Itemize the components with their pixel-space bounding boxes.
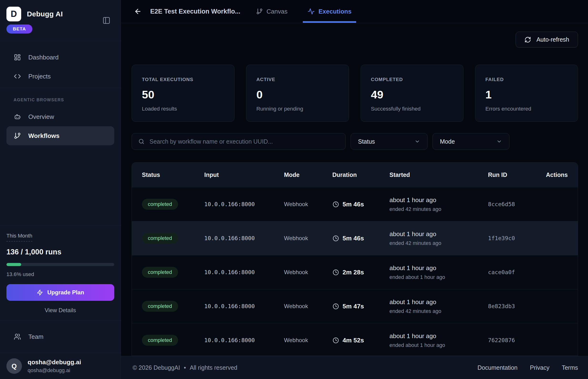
row-run-id: 1f1e39c0 — [488, 235, 544, 242]
search-icon — [138, 138, 145, 145]
table-row[interactable]: completed 10.0.0.166:8000 Webhook 5m 46s… — [132, 221, 578, 255]
main-area: E2E Test Execution Workflo... Canvas Exe… — [121, 0, 588, 379]
stat-subtext: Successfully finished — [371, 106, 453, 112]
row-input: 10.0.0.166:8000 — [204, 269, 284, 276]
row-started: about 1 hour ago ended about 1 hour ago — [389, 264, 488, 280]
row-input: 10.0.0.166:8000 — [204, 337, 284, 344]
upgrade-plan-button[interactable]: Upgrade Plan — [6, 284, 114, 301]
footer-link-documentation[interactable]: Documentation — [478, 364, 518, 371]
clock-icon — [332, 337, 339, 344]
activity-icon — [308, 8, 315, 15]
refresh-icon — [524, 36, 531, 43]
brand: D Debugg AI — [6, 7, 114, 21]
table-body: completed 10.0.0.166:8000 Webhook 5m 46s… — [132, 187, 578, 356]
table-row[interactable]: completed 10.0.0.166:8000 Webhook 2m 28s… — [132, 255, 578, 289]
footer-links: Documentation Privacy Terms — [478, 364, 578, 371]
table-row[interactable]: completed 10.0.0.166:8000 Webhook 5m 47s… — [132, 289, 578, 323]
tab-canvas[interactable]: Canvas — [256, 0, 287, 23]
col-header-actions: Actions — [544, 172, 568, 178]
row-duration: 4m 52s — [332, 337, 389, 344]
footer-link-privacy[interactable]: Privacy — [530, 364, 549, 371]
table-row[interactable]: completed 10.0.0.166:8000 Webhook 5m 46s… — [132, 187, 578, 221]
status-badge: completed — [142, 199, 178, 210]
clock-icon — [332, 303, 339, 310]
tab-bar: Canvas Executions — [256, 0, 352, 23]
footer-link-terms[interactable]: Terms — [562, 364, 578, 371]
usage-panel: This Month 136 / 1,000 runs 13.6% used U… — [0, 226, 121, 320]
duration-value: 2m 28s — [343, 269, 364, 276]
arrow-left-icon — [134, 8, 142, 15]
stat-label: FAILED — [485, 77, 568, 82]
row-run-id: 8e823db3 — [488, 303, 544, 310]
mode-filter-select[interactable]: Mode — [433, 133, 509, 150]
sidebar-item-label: Dashboard — [28, 54, 59, 61]
tab-label: Canvas — [267, 8, 287, 15]
stat-value: 1 — [485, 88, 568, 101]
col-header-mode: Mode — [284, 172, 332, 178]
chevron-down-icon — [496, 139, 502, 144]
user-email: qosha@debugg.ai — [28, 367, 81, 374]
sidebar-item-label: Workflows — [28, 132, 60, 140]
search-input[interactable] — [150, 138, 339, 145]
user-info: qosha@debugg.ai qosha@debugg.ai — [28, 359, 81, 374]
footer-separator: • — [184, 364, 186, 371]
sidebar-item-dashboard[interactable]: Dashboard — [6, 48, 114, 67]
ended-time: ended about 1 hour ago — [389, 274, 488, 280]
row-started: about 1 hour ago ended 42 minutes ago — [389, 196, 488, 212]
duration-value: 5m 46s — [343, 235, 364, 242]
back-button[interactable] — [133, 6, 143, 17]
table-row[interactable]: completed 10.0.0.166:8000 Webhook 4m 52s… — [132, 323, 578, 356]
auto-refresh-button[interactable]: Auto-refresh — [516, 32, 578, 47]
clock-icon — [332, 201, 339, 208]
sidebar-nav: Dashboard Projects — [0, 41, 121, 88]
user-menu[interactable]: Q qosha@debugg.ai qosha@debugg.ai — [0, 353, 121, 379]
ended-time: ended 42 minutes ago — [389, 240, 488, 246]
sidebar-item-projects[interactable]: Projects — [6, 67, 114, 86]
zap-icon — [37, 289, 43, 296]
row-duration: 5m 46s — [332, 235, 389, 242]
stat-card-active: ACTIVE 0 Running or pending — [246, 65, 349, 122]
footer: © 2026 DebuggAI • All rights reserved Do… — [121, 356, 588, 379]
sidebar-spacer — [0, 151, 121, 225]
usage-period-label[interactable]: This Month — [6, 233, 32, 242]
status-filter-value: Status — [358, 138, 375, 145]
upgrade-plan-label: Upgrade Plan — [47, 289, 84, 296]
col-header-started: Started — [389, 172, 488, 178]
topbar: E2E Test Execution Workflo... Canvas Exe… — [121, 0, 588, 23]
sidebar-item-overview[interactable]: Overview — [6, 107, 114, 126]
git-branch-icon — [256, 8, 263, 15]
stat-card-total: TOTAL EXECUTIONS 50 Loaded results — [132, 65, 235, 122]
stat-subtext: Loaded results — [142, 106, 224, 112]
tab-executions[interactable]: Executions — [308, 0, 352, 23]
sidebar-section-team: Team — [0, 320, 121, 353]
stat-value: 49 — [371, 88, 453, 101]
row-duration: 5m 46s — [332, 201, 389, 208]
row-mode: Webhook — [284, 337, 332, 344]
stat-label: COMPLETED — [371, 77, 453, 82]
sidebar-collapse-button[interactable] — [102, 16, 111, 25]
usage-progress-fill — [6, 263, 21, 266]
row-mode: Webhook — [284, 303, 332, 310]
executions-table: Status Input Mode Duration Started Run I… — [132, 162, 578, 356]
view-details-link[interactable]: View Details — [6, 307, 114, 314]
clock-icon — [332, 235, 339, 242]
footer-copyright: © 2026 DebuggAI • All rights reserved — [133, 364, 237, 371]
duration-value: 4m 52s — [343, 337, 364, 344]
ended-time: ended 42 minutes ago — [389, 308, 488, 314]
row-started: about 1 hour ago ended 42 minutes ago — [389, 298, 488, 314]
dashboard-icon — [14, 53, 21, 61]
started-time: about 1 hour ago — [389, 332, 488, 340]
sidebar-item-team[interactable]: Team — [6, 327, 114, 346]
row-input: 10.0.0.166:8000 — [204, 235, 284, 242]
row-run-id: 76220876 — [488, 337, 544, 344]
sidebar-section-agentic: AGENTIC BROWSERS Overview Workflows — [0, 88, 121, 151]
sidebar-item-workflows[interactable]: Workflows — [6, 126, 114, 145]
stat-subtext: Running or pending — [256, 106, 339, 112]
col-header-runid: Run ID — [488, 172, 544, 178]
status-filter-select[interactable]: Status — [351, 133, 428, 150]
avatar: Q — [6, 358, 22, 374]
usage-progress-track — [6, 263, 114, 266]
executions-content: Auto-refresh TOTAL EXECUTIONS 50 Loaded … — [121, 23, 588, 356]
row-input: 10.0.0.166:8000 — [204, 201, 284, 207]
sidebar-item-label: Projects — [28, 73, 51, 80]
